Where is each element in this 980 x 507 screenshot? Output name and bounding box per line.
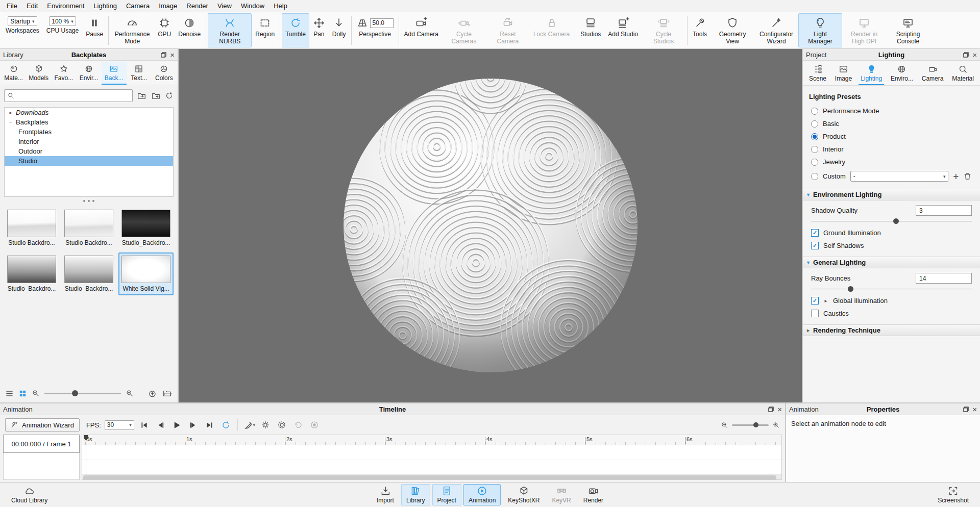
global-illumination-checkbox[interactable]: ✓▸Global Illumination [803,294,980,307]
close-icon[interactable]: × [972,405,977,413]
perspective-input[interactable]: 50.0 [370,18,394,28]
lock-camera-button[interactable]: Lock Camera [530,13,573,47]
scrollbar-thumb[interactable] [83,475,776,480]
zoom-out-icon[interactable] [32,389,40,397]
tools-button[interactable]: Tools [689,13,710,47]
timeline-playhead[interactable] [86,435,86,474]
render-settings-icon[interactable] [276,419,288,432]
self-shadows-checkbox[interactable]: ✓Self Shadows [803,239,980,252]
menu-file[interactable]: File [2,0,22,12]
tree-item-outdoor[interactable]: Outdoor [5,146,173,156]
ray-bounces-slider[interactable] [811,286,972,293]
configurator-wizard-button[interactable]: Configurator Wizard [754,13,798,47]
denoise-button[interactable]: Denoise [175,13,204,47]
tab-textures[interactable]: Text... [127,62,152,85]
tree-item-downloads[interactable]: ▸Downloads [5,108,173,117]
screenshot-button[interactable]: Screenshot [933,484,974,505]
thumbnail-item[interactable]: Studio Backdro... [61,207,116,249]
menu-render[interactable]: Render [182,0,213,12]
dolly-button[interactable]: Dolly [329,13,350,47]
render-nurbs-button[interactable]: Render NURBS [208,13,252,47]
menu-view[interactable]: View [213,0,236,12]
timeline-zoom-slider[interactable] [732,424,769,426]
tumble-button[interactable]: Tumble [282,13,309,47]
workspaces-control[interactable]: Startup▾ Workspaces [2,13,43,47]
grid-view-icon[interactable] [18,389,27,398]
animation-track-lane[interactable] [82,445,781,474]
add-camera-button[interactable]: Add Camera [401,13,442,47]
tab-camera[interactable]: Camera [920,62,946,85]
pan-button[interactable]: Pan [309,13,329,47]
thumbnail-size-slider[interactable] [44,393,121,394]
menu-image[interactable]: Image [154,0,182,12]
ribbon-keyshotxr-button[interactable]: KeyShotXR [503,484,545,505]
reset-camera-button[interactable]: Reset Camera [486,13,530,47]
previous-frame-button[interactable] [154,419,167,432]
tab-environments[interactable]: Envir... [76,62,101,85]
preset-product[interactable]: Product [803,130,980,143]
preset-interior[interactable]: Interior [803,143,980,156]
loop-playback-button[interactable] [219,419,232,432]
rendering-technique-section-header[interactable]: ▸Rendering Technique [803,324,980,336]
close-icon[interactable]: × [972,51,977,59]
float-panel-icon[interactable] [963,52,969,58]
timeline-zoom-in-icon[interactable] [772,421,780,429]
tab-models[interactable]: Models [26,62,51,85]
light-manager-button[interactable]: Light Manager [798,13,842,47]
float-panel-icon[interactable] [161,52,166,58]
timeline-ruler[interactable]: 0s 1s 2s 3s 4s 5s 6s [82,435,781,445]
thumbnail-item[interactable]: Studio_Backdro... [118,207,174,249]
region-button[interactable]: Region [252,13,278,47]
expander-icon[interactable]: ▸ [823,298,828,303]
shadow-quality-slider[interactable] [811,218,972,225]
performance-mode-button[interactable]: Performance Mode [110,13,154,47]
tab-environment[interactable]: Enviro... [889,62,915,85]
refresh-icon[interactable] [165,91,174,100]
rendered-sphere-model[interactable] [334,68,647,384]
cloud-library-button[interactable]: Cloud Library [6,485,53,505]
fps-select[interactable]: 30▾ [105,420,134,430]
preset-basic[interactable]: Basic [803,117,980,130]
preset-custom[interactable]: Custom -▾ + [803,168,980,184]
tab-scene[interactable]: Scene [807,62,828,85]
studios-button[interactable]: Studios [577,13,604,47]
tree-item-backplates[interactable]: −Backplates [5,117,173,127]
list-view-icon[interactable] [5,389,14,398]
zoom-in-icon[interactable] [126,389,134,397]
pause-button[interactable]: Pause [82,13,107,47]
timeline-horizontal-scrollbar[interactable] [82,474,781,479]
skip-to-end-button[interactable] [203,419,216,432]
environment-lighting-section-header[interactable]: ▾Environment Lighting [803,189,980,200]
timeline-track-area[interactable]: 0s 1s 2s 3s 4s 5s 6s [82,435,782,480]
cycle-cameras-button[interactable]: Cycle Cameras [442,13,486,47]
tab-favorites[interactable]: Favo... [51,62,76,85]
menu-camera[interactable]: Camera [121,0,154,12]
thumbnail-item[interactable]: Studio_Backdro... [61,252,116,295]
ribbon-render-button[interactable]: Render [578,484,608,505]
tree-item-interior[interactable]: Interior [5,137,173,146]
thumbnail-item[interactable]: Studio_Backdro... [4,252,59,295]
undo-keyframe-icon[interactable] [292,419,305,432]
ribbon-import-button[interactable]: Import [372,484,399,505]
upload-to-cloud-icon[interactable] [148,389,157,398]
animation-wizard-button[interactable]: Animation Wizard [5,418,80,432]
timeline-zoom-out-icon[interactable] [721,421,728,429]
ribbon-keyvr-button[interactable]: KeyVR [547,484,576,505]
perspective-control[interactable]: 50.0 Perspective [353,13,397,47]
keyframe-pen-button[interactable]: ▾ [243,419,256,432]
panel-splitter-handle[interactable] [0,197,178,205]
render-high-dpi-button[interactable]: Render in High DPI [842,13,886,47]
next-frame-button[interactable] [187,419,200,432]
menu-edit[interactable]: Edit [22,0,42,12]
general-lighting-section-header[interactable]: ▾General Lighting [803,257,980,268]
add-studio-button[interactable]: Add Studio [604,13,642,47]
tree-item-studio[interactable]: Studio [5,156,173,166]
add-folder-icon[interactable] [151,91,161,100]
delete-preset-icon[interactable] [963,172,972,181]
ribbon-project-button[interactable]: Project [432,484,461,505]
settings-gear-icon[interactable] [259,419,272,432]
gpu-button[interactable]: GPU [154,13,175,47]
tree-item-frontplates[interactable]: Frontplates [5,127,173,137]
library-search-input[interactable] [4,89,133,102]
custom-preset-select[interactable]: -▾ [850,171,949,182]
